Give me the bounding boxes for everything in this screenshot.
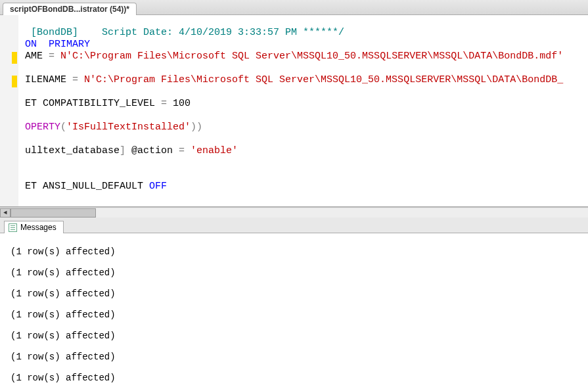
code-token: ]	[120, 145, 125, 156]
code-token: N'C:\Program Files\Microsoft SQL Server\…	[84, 74, 563, 85]
code-token	[55, 51, 60, 62]
gutter-change-mark	[12, 76, 17, 87]
scroll-thumb[interactable]	[11, 208, 96, 218]
message-line: (1 row(s) affected)	[11, 346, 577, 367]
code-line[interactable]	[25, 86, 588, 98]
message-line: (1 row(s) affected)	[11, 241, 577, 262]
code-area[interactable]: [BondDB] Script Date: 4/10/2019 3:33:57 …	[18, 15, 588, 206]
code-line[interactable]: OPERTY('IsFullTextInstalled'))	[25, 122, 588, 133]
code-line[interactable]	[25, 110, 588, 122]
code-line[interactable]	[25, 157, 588, 169]
code-token: ulltext_database	[25, 145, 120, 156]
messages-icon	[9, 223, 17, 232]
code-token: =	[179, 145, 185, 156]
code-token: N'C:\Program Files\Microsoft SQL Server\…	[60, 51, 563, 62]
code-line[interactable]: ON PRIMARY	[25, 39, 588, 51]
code-token: ))	[191, 122, 202, 133]
code-token: AME	[25, 51, 49, 62]
code-token: (	[60, 122, 66, 133]
message-line: (1 row(s) affected)	[11, 262, 577, 283]
sql-editor[interactable]: [BondDB] Script Date: 4/10/2019 3:33:57 …	[0, 15, 588, 207]
tab-messages[interactable]: Messages	[4, 221, 64, 233]
code-token: PRIMARY	[49, 39, 90, 50]
code-token	[37, 39, 49, 50]
code-line[interactable]: ulltext_database] @action = 'enable'	[25, 145, 588, 157]
code-line[interactable]	[25, 62, 588, 74]
code-token: [BondDB]	[25, 27, 78, 38]
code-line[interactable]	[25, 169, 588, 181]
message-line: (1 row(s) affected)	[11, 304, 577, 325]
document-tab-bar: scriptOFBondDB...istrator (54))*	[0, 0, 588, 15]
message-line: (1 row(s) affected)	[11, 325, 577, 346]
code-token: ILENAME	[25, 74, 72, 85]
code-line[interactable]: ILENAME = N'C:\Program Files\Microsoft S…	[25, 74, 588, 86]
message-line: (1 row(s) affected)	[11, 367, 577, 388]
code-token: Script Date: 4/10/2019 3:33:57 PM ******…	[102, 27, 344, 38]
code-token	[78, 27, 102, 38]
code-token: 100	[167, 98, 191, 109]
messages-pane[interactable]: (1 row(s) affected)(1 row(s) affected)(1…	[0, 233, 588, 391]
code-line[interactable]: AME = N'C:\Program Files\Microsoft SQL S…	[25, 51, 588, 62]
document-tab-active[interactable]: scriptOFBondDB...istrator (54))*	[3, 3, 137, 15]
message-line: (1 row(s) affected)	[11, 283, 577, 304]
code-token: ET COMPATIBILITY_LEVEL	[25, 98, 161, 109]
messages-tab-label: Messages	[20, 223, 57, 232]
code-line[interactable]: ET COMPATIBILITY_LEVEL = 100	[25, 98, 588, 110]
code-token: ON	[25, 39, 37, 50]
scroll-left-arrow-icon[interactable]: ◄	[0, 208, 11, 218]
scroll-track[interactable]	[11, 208, 588, 218]
horizontal-scrollbar[interactable]: ◄	[0, 207, 588, 218]
code-token: =	[72, 74, 78, 85]
code-token	[185, 145, 191, 156]
code-line[interactable]: [BondDB] Script Date: 4/10/2019 3:33:57 …	[25, 27, 588, 39]
editor-gutter	[0, 15, 18, 206]
code-token: 'IsFullTextInstalled'	[66, 122, 191, 133]
code-token: @action	[125, 145, 179, 156]
gutter-change-mark	[12, 52, 17, 64]
code-token: ET ANSI_NULL_DEFAULT	[25, 181, 149, 192]
results-tab-bar: Messages	[0, 218, 588, 233]
code-token: =	[49, 51, 55, 62]
code-line[interactable]	[25, 133, 588, 145]
code-line[interactable]: ET ANSI_NULL_DEFAULT OFF	[25, 181, 588, 193]
code-token: OPERTY	[25, 122, 60, 133]
code-token: OFF	[149, 181, 167, 192]
code-token	[78, 74, 84, 85]
code-token: 'enable'	[191, 145, 238, 156]
code-token: =	[161, 98, 167, 109]
